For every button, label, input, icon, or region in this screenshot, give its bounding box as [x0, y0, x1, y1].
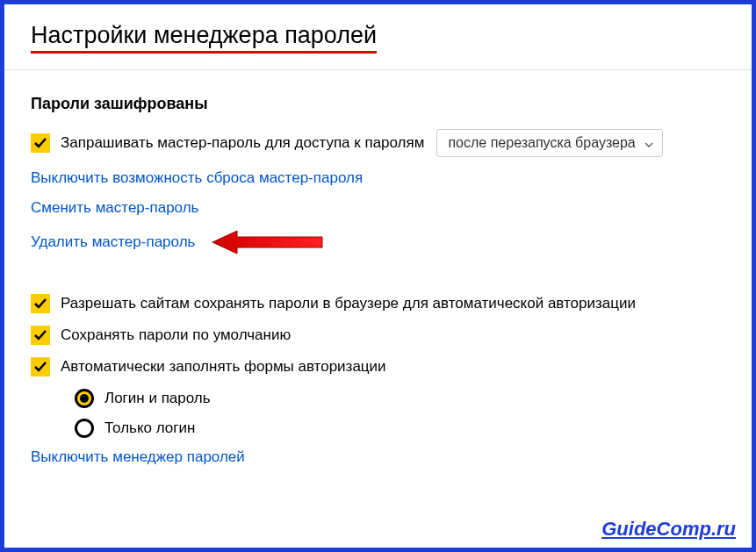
- link-disable-manager[interactable]: Выключить менеджер паролей: [31, 448, 245, 466]
- page-title: Настройки менеджера паролей: [31, 22, 377, 54]
- checkbox-request-master-password[interactable]: [31, 133, 50, 153]
- label-login-password: Логин и пароль: [104, 390, 211, 407]
- radio-login-password[interactable]: [75, 389, 94, 408]
- section-heading-encrypted: Пароли зашифрованы: [31, 95, 725, 113]
- label-allow-sites-save: Разрешать сайтам сохранять пароли в брау…: [61, 295, 636, 312]
- dropdown-master-password-timing[interactable]: после перезапуска браузера: [436, 129, 662, 157]
- divider: [4, 69, 752, 70]
- row-request-master-password: Запрашивать мастер-пароль для доступа к …: [31, 129, 725, 157]
- check-icon: [33, 136, 47, 150]
- radio-row-login-only: Только логин: [75, 419, 725, 438]
- check-icon: [33, 297, 47, 311]
- check-icon: [33, 328, 47, 342]
- settings-panel: Настройки менеджера паролей Пароли зашиф…: [0, 0, 756, 552]
- label-autofill: Автоматически заполнять формы авторизаци…: [61, 358, 386, 376]
- row-autofill: Автоматически заполнять формы авторизаци…: [31, 357, 725, 376]
- link-change-master-password[interactable]: Сменить мастер-пароль: [31, 199, 198, 217]
- radio-group-autofill-mode: Логин и пароль Только логин: [75, 389, 725, 438]
- link-disable-reset[interactable]: Выключить возможность сброса мастер-паро…: [31, 169, 363, 187]
- check-icon: [33, 360, 47, 374]
- checkbox-autofill[interactable]: [31, 357, 50, 376]
- watermark: GuideComp.ru: [601, 518, 736, 541]
- link-delete-master-password[interactable]: Удалить мастер-пароль: [31, 233, 195, 251]
- label-login-only: Только логин: [104, 419, 195, 437]
- row-save-default: Сохранять пароли по умолчанию: [31, 326, 725, 345]
- checkbox-allow-sites-save[interactable]: [31, 294, 50, 313]
- chevron-down-icon: [644, 135, 653, 151]
- checkbox-save-default[interactable]: [31, 326, 50, 345]
- row-allow-sites-save: Разрешать сайтам сохранять пароли в брау…: [31, 294, 725, 313]
- label-request-master-password: Запрашивать мастер-пароль для доступа к …: [61, 134, 424, 152]
- radio-login-only[interactable]: [75, 419, 94, 438]
- arrow-annotation-icon: [212, 229, 327, 255]
- dropdown-value: после перезапуска браузера: [448, 135, 635, 151]
- label-save-default: Сохранять пароли по умолчанию: [61, 326, 291, 344]
- radio-row-login-password: Логин и пароль: [75, 389, 725, 408]
